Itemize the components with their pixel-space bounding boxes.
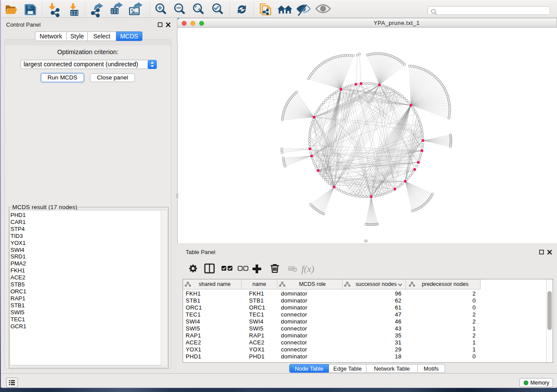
- svg-text:f(x): f(x): [301, 264, 314, 274]
